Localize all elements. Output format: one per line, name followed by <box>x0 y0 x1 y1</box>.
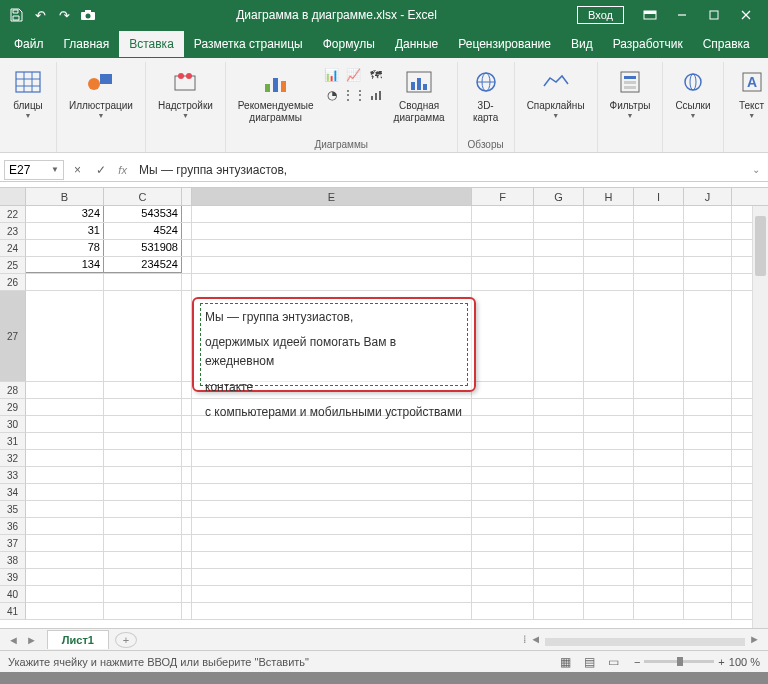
cell[interactable] <box>584 206 634 222</box>
row-header[interactable]: 39 <box>0 569 26 586</box>
cell[interactable] <box>634 518 684 534</box>
cell[interactable] <box>534 433 584 449</box>
cell[interactable] <box>584 274 634 290</box>
cell[interactable] <box>104 416 182 432</box>
cell[interactable] <box>584 433 634 449</box>
cell[interactable] <box>584 223 634 239</box>
vertical-scrollbar[interactable] <box>752 206 768 633</box>
cell[interactable] <box>534 257 584 273</box>
cell[interactable] <box>534 274 584 290</box>
cell[interactable] <box>104 450 182 466</box>
cell[interactable] <box>472 223 534 239</box>
3d-map-button[interactable]: 3D- карта <box>464 62 508 128</box>
cell[interactable] <box>192 518 472 534</box>
cell[interactable] <box>26 382 104 398</box>
cell[interactable] <box>684 257 732 273</box>
cell[interactable] <box>534 416 584 432</box>
cell[interactable] <box>534 535 584 551</box>
links-button[interactable]: Ссылки ▼ <box>669 62 716 123</box>
cell[interactable]: 78 <box>26 240 104 256</box>
cell[interactable] <box>104 535 182 551</box>
cell[interactable] <box>584 416 634 432</box>
cell[interactable] <box>104 382 182 398</box>
cell[interactable]: 543534 <box>104 206 182 222</box>
cell[interactable] <box>534 501 584 517</box>
column-header[interactable]: F <box>472 188 534 205</box>
cell[interactable] <box>182 586 192 602</box>
cell[interactable] <box>634 552 684 568</box>
cell[interactable] <box>684 586 732 602</box>
cell[interactable] <box>534 206 584 222</box>
tab-help[interactable]: Справка <box>693 31 760 57</box>
undo-icon[interactable]: ↶ <box>32 7 48 23</box>
close-icon[interactable] <box>732 3 760 27</box>
row-header[interactable]: 29 <box>0 399 26 416</box>
cell[interactable] <box>472 450 534 466</box>
cell[interactable] <box>684 399 732 415</box>
cell[interactable] <box>584 467 634 483</box>
cell[interactable] <box>26 433 104 449</box>
cell[interactable] <box>472 206 534 222</box>
cell[interactable] <box>192 586 472 602</box>
bar-chart-icon[interactable]: 📊 <box>322 66 342 84</box>
tab-formulas[interactable]: Формулы <box>313 31 385 57</box>
cell[interactable] <box>584 240 634 256</box>
cell[interactable] <box>634 433 684 449</box>
cell[interactable] <box>182 274 192 290</box>
add-sheet-button[interactable]: + <box>115 632 137 648</box>
cell[interactable] <box>684 291 732 381</box>
cell[interactable] <box>584 399 634 415</box>
row-header[interactable]: 30 <box>0 416 26 433</box>
cell[interactable] <box>192 603 472 619</box>
cell[interactable] <box>472 569 534 585</box>
row-header[interactable]: 25 <box>0 257 26 274</box>
cell[interactable] <box>684 416 732 432</box>
column-header[interactable]: C <box>104 188 182 205</box>
cell[interactable] <box>634 467 684 483</box>
sparklines-button[interactable]: Спарклайны ▼ <box>521 62 591 123</box>
cell[interactable] <box>584 569 634 585</box>
zoom-control[interactable]: − + 100 % <box>624 656 760 668</box>
cell[interactable] <box>192 501 472 517</box>
tab-view[interactable]: Вид <box>561 31 603 57</box>
hscroll-right[interactable]: ► <box>749 633 760 646</box>
cell[interactable] <box>192 535 472 551</box>
save-icon[interactable] <box>8 7 24 23</box>
cell[interactable] <box>182 433 192 449</box>
row-header[interactable]: 22 <box>0 206 26 223</box>
cell[interactable] <box>182 382 192 398</box>
cell[interactable] <box>684 433 732 449</box>
cell[interactable] <box>26 501 104 517</box>
cell[interactable] <box>182 291 192 381</box>
scroll-thumb[interactable] <box>755 216 766 276</box>
cell[interactable] <box>584 586 634 602</box>
name-box[interactable]: E27 ▼ <box>4 160 64 180</box>
cell[interactable] <box>472 291 534 381</box>
cell[interactable] <box>192 552 472 568</box>
cell[interactable] <box>104 501 182 517</box>
cell[interactable] <box>26 586 104 602</box>
cell[interactable] <box>534 223 584 239</box>
cell[interactable] <box>534 603 584 619</box>
cell[interactable] <box>472 518 534 534</box>
cell[interactable] <box>192 274 472 290</box>
cell[interactable] <box>684 450 732 466</box>
cell[interactable] <box>534 467 584 483</box>
cell[interactable] <box>182 240 192 256</box>
cell[interactable] <box>684 484 732 500</box>
cell[interactable] <box>584 450 634 466</box>
cell[interactable] <box>192 433 472 449</box>
cell[interactable] <box>26 518 104 534</box>
row-header[interactable]: 38 <box>0 552 26 569</box>
cell[interactable] <box>26 484 104 500</box>
row-header[interactable]: 40 <box>0 586 26 603</box>
cell[interactable] <box>182 399 192 415</box>
cell[interactable] <box>26 291 104 381</box>
cell[interactable] <box>192 240 472 256</box>
confirm-fx-icon[interactable]: ✓ <box>90 163 112 177</box>
cell[interactable] <box>584 518 634 534</box>
normal-view-icon[interactable]: ▦ <box>555 655 576 669</box>
cell[interactable] <box>472 603 534 619</box>
minimize-icon[interactable] <box>668 3 696 27</box>
cell[interactable] <box>684 206 732 222</box>
